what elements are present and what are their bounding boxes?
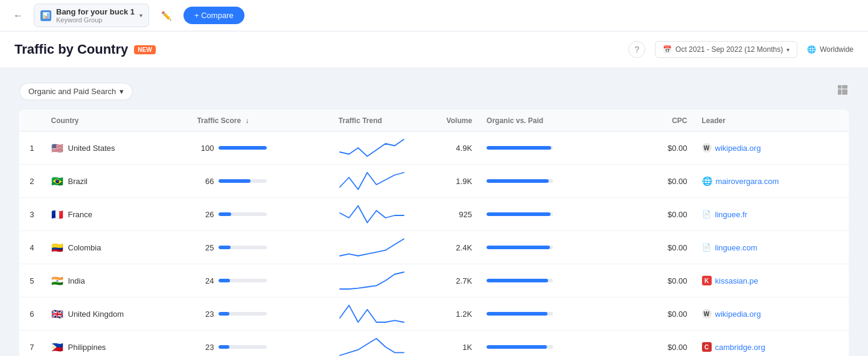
organic-bar (487, 345, 547, 349)
export-button[interactable] (837, 84, 849, 99)
country-name: Colombia (68, 243, 101, 252)
table-row: 4 🇨🇴 Colombia 25 2.4K (20, 231, 849, 264)
score-number: 23 (197, 310, 214, 319)
keyword-group-name: Bang for your buck 1 (56, 7, 135, 16)
leader-icon: W (702, 309, 712, 319)
organic-bar-wrap (487, 345, 553, 349)
leader-name[interactable]: mairovergara.com (716, 177, 779, 186)
score-number: 23 (197, 343, 214, 352)
rank-cell: 6 (20, 297, 44, 331)
filter-label: Organic and Paid Search (28, 87, 116, 96)
organic-bar-wrap (487, 312, 553, 316)
table-row: 5 🇮🇳 India 24 2.7K (20, 264, 849, 297)
country-cell: 🇧🇷 Brazil (44, 165, 190, 198)
organic-bar-wrap (487, 212, 553, 216)
organic-bar-wrap (487, 246, 553, 249)
worldwide-icon: 🌐 (807, 45, 816, 54)
calendar-icon: 📅 (663, 45, 672, 54)
trend-cell (331, 264, 412, 297)
score-cell: 66 (190, 165, 331, 198)
leader-cell: C cambridge.org (695, 331, 849, 357)
score-cell: 26 (190, 198, 331, 231)
organic-bar (487, 246, 550, 249)
keyword-group-badge[interactable]: 📊 Bang for your buck 1 Keyword Group ▾ (34, 4, 149, 27)
leader-name[interactable]: wikipedia.org (715, 144, 761, 153)
score-cell: 23 (190, 297, 331, 331)
rank-cell: 7 (20, 331, 44, 357)
organic-bar (487, 146, 551, 150)
score-number: 26 (197, 210, 214, 219)
country-name: India (68, 276, 85, 285)
volume-cell: 925 (412, 198, 479, 231)
worldwide-button[interactable]: 🌐 Worldwide (807, 45, 854, 54)
leader-icon: 🌐 (702, 176, 712, 186)
trend-cell (331, 297, 412, 331)
leader-name[interactable]: wikipedia.org (715, 310, 761, 319)
col-country: Country (44, 110, 190, 132)
score-bar (219, 179, 251, 183)
country-flag: 🇮🇳 (51, 275, 63, 287)
leader-cell: 🌐 mairovergara.com (695, 165, 849, 198)
organic-bar-wrap (487, 179, 553, 183)
cpc-cell: $0.00 (614, 331, 694, 357)
edit-button[interactable]: ✏️ (156, 8, 176, 23)
trend-cell (331, 331, 412, 357)
leader-name[interactable]: linguee.fr (715, 210, 747, 219)
leader-cell: 📄 linguee.com (695, 231, 849, 264)
country-cell: 🇵🇭 Philippines (44, 331, 190, 357)
filter-chevron-icon: ▾ (120, 87, 124, 96)
col-cpc: CPC (614, 110, 694, 132)
score-bar-wrap (219, 179, 267, 183)
organic-bar (487, 212, 550, 216)
country-cell: 🇨🇴 Colombia (44, 231, 190, 264)
country-cell: 🇫🇷 France (44, 198, 190, 231)
help-button[interactable]: ? (628, 41, 645, 58)
country-cell: 🇺🇸 United States (44, 132, 190, 165)
country-flag: 🇺🇸 (51, 142, 63, 154)
main-content: Organic and Paid Search ▾ Country Traffi… (0, 68, 868, 356)
keyword-group-sub: Keyword Group (56, 16, 135, 24)
score-bar (219, 246, 231, 249)
date-range-label: Oct 2021 - Sep 2022 (12 Months) (675, 45, 783, 54)
cpc-cell: $0.00 (614, 231, 694, 264)
score-number: 25 (197, 243, 214, 252)
country-name: France (68, 210, 92, 219)
score-bar-wrap (219, 146, 267, 150)
country-name: United Kingdom (68, 310, 124, 319)
cpc-cell: $0.00 (614, 264, 694, 297)
leader-name[interactable]: cambridge.org (715, 343, 765, 352)
cpc-cell: $0.00 (614, 132, 694, 165)
organic-bar-wrap (487, 279, 553, 282)
col-traffic-score[interactable]: Traffic Score ↓ (190, 110, 331, 132)
country-cell: 🇬🇧 United Kingdom (44, 297, 190, 331)
table-row: 1 🇺🇸 United States 100 4.9K (20, 132, 849, 165)
keyword-group-icon: 📊 (40, 10, 51, 21)
leader-name[interactable]: linguee.com (715, 243, 758, 252)
rank-cell: 1 (20, 132, 44, 165)
filter-dropdown-button[interactable]: Organic and Paid Search ▾ (19, 83, 133, 100)
country-name: United States (68, 144, 115, 153)
compare-button[interactable]: + Compare (183, 7, 244, 24)
volume-cell: 1.9K (412, 165, 479, 198)
date-range-button[interactable]: 📅 Oct 2021 - Sep 2022 (12 Months) ▾ (655, 41, 797, 58)
cpc-cell: $0.00 (614, 297, 694, 331)
country-flag: 🇫🇷 (51, 209, 63, 220)
score-cell: 23 (190, 331, 331, 357)
trend-cell (331, 165, 412, 198)
organic-cell (479, 231, 614, 264)
filter-bar: Organic and Paid Search ▾ (19, 83, 849, 100)
country-flag: 🇧🇷 (51, 176, 63, 187)
score-number: 66 (197, 177, 214, 186)
score-number: 24 (197, 276, 214, 285)
organic-bar-wrap (487, 146, 553, 150)
col-traffic-trend: Traffic Trend (331, 110, 412, 132)
score-number: 100 (197, 144, 214, 153)
leader-name[interactable]: kissasian.pe (715, 276, 759, 285)
svg-rect-2 (838, 89, 841, 95)
back-button[interactable]: ← (10, 7, 27, 24)
header-controls: ? 📅 Oct 2021 - Sep 2022 (12 Months) ▾ 🌐 … (628, 41, 854, 58)
col-rank (20, 110, 44, 132)
leader-icon: 📄 (702, 243, 712, 252)
table-body: 1 🇺🇸 United States 100 4.9K (20, 132, 849, 357)
leader-icon: 📄 (702, 209, 712, 219)
